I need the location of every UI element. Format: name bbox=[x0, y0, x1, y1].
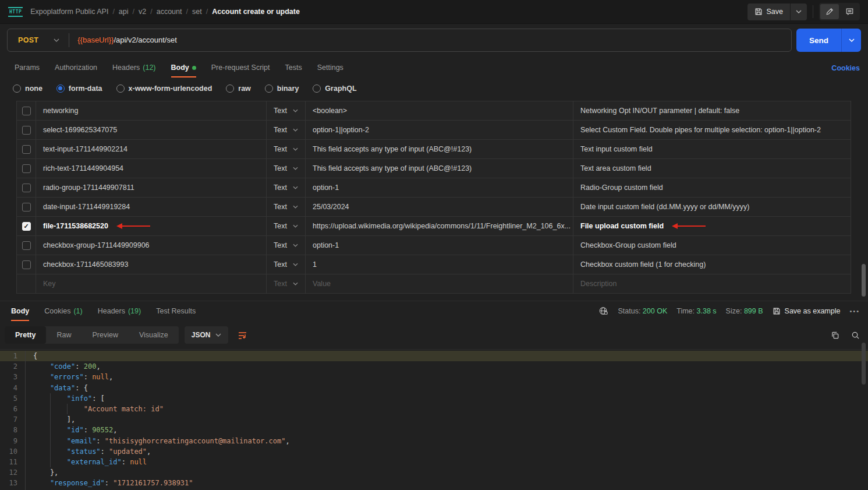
type-dropdown[interactable]: Text bbox=[267, 159, 306, 178]
breadcrumb-item[interactable]: account bbox=[157, 8, 182, 16]
type-dropdown[interactable]: Text bbox=[267, 236, 306, 255]
view-tab-visualize[interactable]: Visualize bbox=[129, 326, 179, 344]
edit-button[interactable] bbox=[820, 4, 839, 19]
tab-settings[interactable]: Settings bbox=[311, 59, 350, 77]
key-cell[interactable]: Key bbox=[36, 274, 267, 293]
save-button[interactable]: Save bbox=[747, 3, 791, 20]
description-cell[interactable]: Select Custom Field. Double pipes for mu… bbox=[573, 121, 851, 139]
more-options-button[interactable]: ••• bbox=[849, 308, 860, 315]
key-cell[interactable]: date-input-1711449919284 bbox=[36, 198, 267, 216]
row-checkbox[interactable] bbox=[22, 241, 31, 250]
radio-icon bbox=[116, 84, 125, 93]
breadcrumb-item[interactable]: set bbox=[192, 8, 202, 16]
row-checkbox[interactable] bbox=[22, 145, 31, 154]
body-mode-x-www-form-urlencoded[interactable]: x-www-form-urlencoded bbox=[116, 84, 212, 93]
wrap-lines-button[interactable] bbox=[234, 326, 251, 344]
description-cell[interactable]: Date input custom field (dd.MM.yyyy or d… bbox=[573, 198, 851, 216]
type-dropdown[interactable]: Text bbox=[267, 178, 306, 197]
status-value[interactable]: 200 OK bbox=[643, 307, 667, 315]
value-cell[interactable]: option-1||option-2 bbox=[306, 121, 573, 139]
value-cell[interactable]: <boolean> bbox=[306, 101, 573, 120]
description-cell[interactable]: Radio-Group custom field bbox=[573, 178, 851, 197]
tab-cookies[interactable]: Cookies(1) bbox=[38, 302, 88, 321]
search-button[interactable] bbox=[851, 331, 860, 340]
breadcrumb-item[interactable]: Expoplatform Public API bbox=[30, 8, 108, 16]
body-mode-raw[interactable]: raw bbox=[226, 84, 251, 93]
row-checkbox[interactable] bbox=[22, 184, 31, 192]
tab-tests[interactable]: Tests bbox=[279, 59, 309, 77]
view-tab-pretty[interactable]: Pretty bbox=[5, 326, 46, 344]
time-value[interactable]: 3.38 s bbox=[697, 307, 717, 315]
key-cell[interactable]: networking bbox=[36, 101, 267, 120]
value-cell[interactable]: option-1 bbox=[306, 178, 573, 197]
save-as-example-button[interactable]: Save as example bbox=[773, 307, 841, 315]
tab-pre-request-script[interactable]: Pre-request Script bbox=[205, 59, 277, 77]
value-cell[interactable]: This field accepts any type of input (AB… bbox=[306, 159, 573, 178]
copy-button[interactable] bbox=[831, 331, 839, 340]
response-scrollbar[interactable] bbox=[862, 343, 866, 385]
value-cell[interactable]: 1 bbox=[306, 255, 573, 274]
key-cell[interactable]: file-1711538682520 bbox=[36, 217, 267, 235]
body-mode-form-data[interactable]: form-data bbox=[56, 84, 102, 93]
method-selector[interactable]: POST bbox=[8, 36, 69, 44]
url-input[interactable]: {{baseUrl}}/api/v2/account/set bbox=[69, 33, 791, 47]
key-cell[interactable]: text-input-1711449902214 bbox=[36, 140, 267, 158]
tab-authorization[interactable]: Authorization bbox=[48, 59, 104, 77]
type-dropdown[interactable]: Text bbox=[267, 101, 306, 120]
type-dropdown[interactable]: Text bbox=[267, 255, 306, 274]
tab-body[interactable]: Body bbox=[5, 302, 36, 321]
row-checkbox[interactable] bbox=[22, 126, 31, 135]
key-cell[interactable]: select-1699625347075 bbox=[36, 121, 267, 139]
key-cell[interactable]: checkbox-group-1711449909906 bbox=[36, 236, 267, 255]
send-button[interactable]: Send bbox=[796, 29, 841, 52]
type-dropdown[interactable]: Text bbox=[267, 274, 306, 293]
code-line: 10"status": "updated", bbox=[0, 446, 868, 457]
tab-params[interactable]: Params bbox=[8, 59, 46, 77]
row-checkbox[interactable] bbox=[22, 164, 31, 173]
tab-headers[interactable]: Headers(12) bbox=[106, 59, 162, 77]
breadcrumb-item[interactable]: api bbox=[119, 8, 129, 16]
tab-headers[interactable]: Headers(19) bbox=[91, 302, 147, 321]
row-checkbox[interactable] bbox=[22, 260, 31, 269]
value-cell[interactable]: Value bbox=[306, 274, 573, 293]
type-dropdown[interactable]: Text bbox=[267, 140, 306, 158]
description-cell[interactable]: Networking Opt IN/OUT parameter | defaul… bbox=[573, 101, 851, 120]
value-cell[interactable]: https://upload.wikimedia.org/wikipedia/c… bbox=[306, 217, 573, 235]
cookies-link[interactable]: Cookies bbox=[831, 64, 860, 72]
description-cell[interactable]: Description bbox=[573, 274, 851, 293]
breadcrumb-item[interactable]: v2 bbox=[139, 8, 146, 16]
save-options-button[interactable] bbox=[790, 3, 807, 20]
key-cell[interactable]: radio-group-1711449907811 bbox=[36, 178, 267, 197]
key-cell[interactable]: rich-text-1711449904954 bbox=[36, 159, 267, 178]
tab-test-results[interactable]: Test Results bbox=[150, 302, 202, 321]
type-dropdown[interactable]: Text bbox=[267, 217, 306, 235]
row-checkbox[interactable] bbox=[22, 107, 31, 115]
description-cell[interactable]: Text input custom field bbox=[573, 140, 851, 158]
code-line: 13"response_id": "1712161757.938931" bbox=[0, 478, 868, 488]
token-nul: null bbox=[130, 458, 147, 466]
table-scrollbar[interactable] bbox=[862, 264, 866, 297]
description-cell[interactable]: Text area custom field bbox=[573, 159, 851, 178]
type-dropdown[interactable]: Text bbox=[267, 121, 306, 139]
format-dropdown[interactable]: JSON bbox=[185, 326, 229, 344]
value-cell[interactable]: option-1 bbox=[306, 236, 573, 255]
size-value[interactable]: 899 B bbox=[744, 307, 763, 315]
value-text: 1 bbox=[313, 260, 317, 269]
view-tab-preview[interactable]: Preview bbox=[82, 326, 128, 344]
row-checkbox[interactable]: ✓ bbox=[22, 222, 31, 231]
tab-body[interactable]: Body bbox=[165, 59, 203, 77]
send-options-button[interactable] bbox=[841, 29, 861, 52]
body-mode-binary[interactable]: binary bbox=[265, 84, 299, 93]
value-cell[interactable]: 25/03/2024 bbox=[306, 198, 573, 216]
description-cell[interactable]: Checkbox-Group custom field bbox=[573, 236, 851, 255]
key-cell[interactable]: checkbox-1711465083993 bbox=[36, 255, 267, 274]
value-cell[interactable]: This field accepts any type of input (AB… bbox=[306, 140, 573, 158]
description-cell[interactable]: File upload custom field bbox=[573, 217, 851, 235]
description-cell[interactable]: Checkbox custom field (1 for checking) bbox=[573, 255, 851, 274]
comments-button[interactable] bbox=[840, 4, 859, 19]
view-tab-raw[interactable]: Raw bbox=[46, 326, 82, 344]
body-mode-none[interactable]: none bbox=[13, 84, 42, 93]
row-checkbox[interactable] bbox=[22, 203, 31, 211]
body-mode-GraphQL[interactable]: GraphQL bbox=[313, 84, 356, 93]
type-dropdown[interactable]: Text bbox=[267, 198, 306, 216]
